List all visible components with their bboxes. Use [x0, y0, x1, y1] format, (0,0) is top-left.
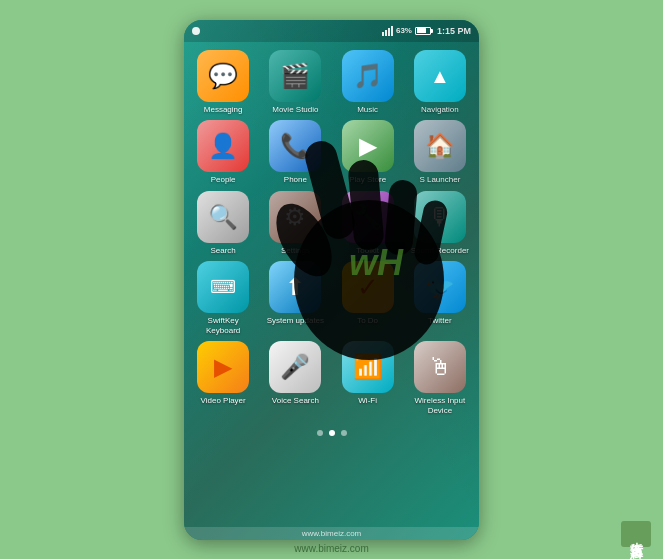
- app-label-people: People: [211, 175, 236, 185]
- status-right: 63% 1:15 PM: [382, 26, 471, 36]
- time-display: 1:15 PM: [437, 26, 471, 36]
- svg-text:wH: wH: [349, 242, 404, 283]
- page-url-text: www.bimeiz.com: [294, 543, 368, 554]
- dot-3: [341, 430, 347, 436]
- dot-2: [329, 430, 335, 436]
- hand-cursor-icon: wH: [239, 100, 479, 370]
- signal-bars: [382, 26, 393, 36]
- app-label-wireless: Wireless Input Device: [407, 396, 473, 415]
- notification-icon: [192, 27, 200, 35]
- app-label-messaging: Messaging: [204, 105, 243, 115]
- dots-indicator: [184, 424, 479, 442]
- app-label-voicesearch: Voice Search: [272, 396, 319, 406]
- url-text: www.bimeiz.com: [302, 529, 362, 538]
- page-url: www.bimeiz.com: [0, 538, 663, 556]
- app-label-wifi: Wi-Fi: [358, 396, 377, 406]
- dot-1: [317, 430, 323, 436]
- app-label-videoplayer: Video Player: [201, 396, 246, 406]
- status-bar: 63% 1:15 PM: [184, 20, 479, 42]
- page-background: 63% 1:15 PM 💬 Messaging: [0, 0, 663, 559]
- battery-percent: 63%: [396, 26, 412, 35]
- battery-fill: [417, 28, 426, 33]
- phone-frame: 63% 1:15 PM 💬 Messaging: [184, 20, 479, 540]
- app-label-search: Search: [210, 246, 235, 256]
- battery-icon: [415, 27, 431, 35]
- status-left: [192, 27, 200, 35]
